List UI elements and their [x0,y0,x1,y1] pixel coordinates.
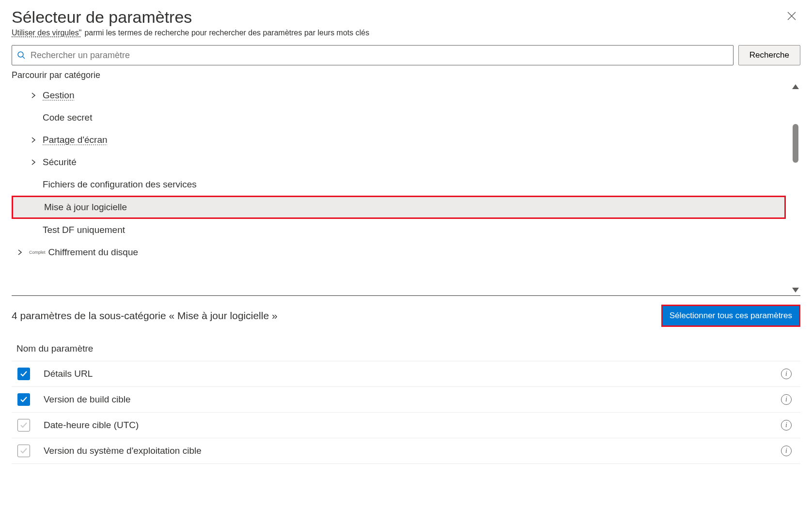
setting-row: Version du système d'exploitation ciblei [12,438,800,464]
category-item-fichiers-de-configuration-des-services[interactable]: Fichiers de configuration des services [12,173,786,196]
search-input[interactable] [31,50,728,61]
category-label: Sécurité [43,157,77,168]
scrollbar[interactable] [793,84,798,293]
setting-name-label: Version de build cible [44,394,781,405]
setting-row: Détails URLi [12,361,800,387]
category-item-chiffrement-du-disque[interactable]: CompletChiffrement du disque [12,241,786,263]
checkbox[interactable] [17,368,30,380]
checkbox[interactable] [17,393,30,406]
checkbox[interactable] [17,419,30,432]
page-title: Sélecteur de paramètres [12,8,192,27]
scroll-down-icon[interactable] [792,288,799,293]
scroll-up-icon[interactable] [792,84,799,89]
category-label: Fichiers de configuration des services [43,179,197,190]
chevron-right-icon [29,136,38,144]
category-label: Mise à jour logicielle [44,202,127,213]
page-subtitle: Utiliser des virgules" parmi les termes … [12,29,800,37]
scroll-thumb[interactable] [793,124,798,163]
browse-by-category-label: Parcourir par catégorie [12,70,800,80]
category-item-s-curit-[interactable]: Sécurité [12,151,786,173]
category-label: Partage d'écran [43,135,108,145]
info-icon[interactable]: i [781,394,792,405]
category-item-partage-d-cran[interactable]: Partage d'écran [12,129,786,151]
checkbox[interactable] [17,445,30,457]
info-icon[interactable]: i [781,420,792,431]
category-label: Gestion [43,90,74,101]
category-item-test-df-uniquement[interactable]: Test DF uniquement [12,219,786,241]
search-icon [17,51,26,60]
divider [12,295,800,296]
search-button[interactable]: Recherche [738,45,800,65]
subtitle-keyword: Utiliser des virgules" [12,29,81,37]
search-box[interactable] [12,45,734,65]
category-label: Chiffrement du disque [48,247,139,258]
info-icon[interactable]: i [781,369,792,379]
category-item-mise-jour-logicielle[interactable]: Mise à jour logicielle [12,196,786,219]
select-all-button[interactable]: Sélectionner tous ces paramètres [661,305,800,327]
close-icon [787,11,796,21]
setting-name-label: Date-heure cible (UTC) [44,420,781,431]
info-icon[interactable]: i [781,446,792,456]
setting-name-label: Version du système d'exploitation cible [44,446,781,456]
subcategory-count-label: 4 paramètres de la sous-catégorie « Mise… [12,310,278,322]
setting-row: Version de build ciblei [12,387,800,413]
column-header-setting-name: Nom du paramètre [12,339,800,361]
category-item-gestion[interactable]: Gestion [12,84,786,107]
badge-label: Complet [29,250,46,255]
category-label: Test DF uniquement [43,225,125,235]
svg-point-0 [18,52,23,57]
close-button[interactable] [783,8,800,25]
category-tree: GestionCode secretPartage d'écranSécurit… [12,84,800,293]
chevron-right-icon [29,158,38,167]
category-label: Code secret [43,112,92,123]
svg-line-1 [23,57,25,59]
category-item-code-secret[interactable]: Code secret [12,107,786,129]
chevron-right-icon [29,91,38,100]
setting-row: Date-heure cible (UTC)i [12,413,800,438]
subtitle-text: parmi les termes de recherche pour reche… [84,29,369,37]
chevron-right-icon [16,248,24,257]
setting-name-label: Détails URL [44,369,781,379]
